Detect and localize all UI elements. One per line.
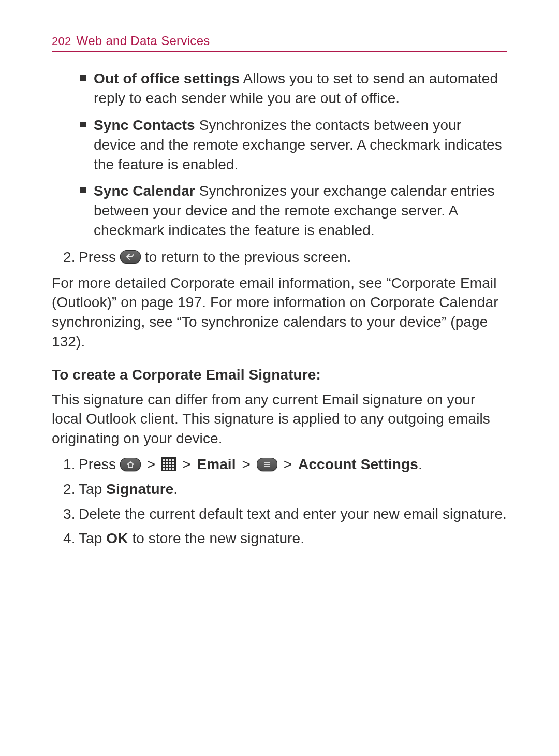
bullet-sync-calendar: Sync Calendar Synchronizes your exchange… xyxy=(80,181,507,240)
sig-step-1: Press > > Email > > Account Settings. xyxy=(63,455,507,474)
signature-steps: Press > > Email > > Account Settings. xyxy=(52,455,507,548)
bullet-sync-contacts: Sync Contacts Synchronizes the contacts … xyxy=(80,115,507,174)
page-number: 202 xyxy=(52,34,71,49)
running-header: 202 Web and Data Services xyxy=(52,33,507,52)
body-column: Out of office settings Allows you to set… xyxy=(52,69,507,548)
step-text-post: to return to the previous screen. xyxy=(145,249,351,265)
back-key-icon xyxy=(120,250,141,264)
apps-grid-icon xyxy=(161,457,176,471)
text-tap: Tap xyxy=(79,481,106,497)
text-signature: Signature xyxy=(106,481,173,497)
bullet-term: Sync Contacts xyxy=(94,117,195,133)
procedure-intro: This signature can differ from any curre… xyxy=(52,390,507,448)
text-rest: to store the new signature. xyxy=(128,530,305,546)
breadcrumb-separator: > xyxy=(182,456,195,472)
text-tap: Tap xyxy=(79,530,106,546)
text-press: Press xyxy=(79,456,120,472)
section-title: Web and Data Services xyxy=(77,33,210,49)
procedure-heading: To create a Corporate Email Signature: xyxy=(52,365,507,385)
period: . xyxy=(173,481,178,497)
step-press-back: Press to return to the previous screen. xyxy=(63,248,507,267)
breadcrumb-separator: > xyxy=(147,456,159,472)
sig-step-4: Tap OK to store the new signature. xyxy=(63,529,507,548)
bullet-term: Sync Calendar xyxy=(94,183,195,199)
home-key-icon xyxy=(120,458,141,471)
breadcrumb-separator: > xyxy=(242,456,255,472)
sig-step-3: Delete the current default text and ente… xyxy=(63,504,507,524)
return-step-list: Press to return to the previous screen. xyxy=(52,248,507,267)
feature-bullet-list: Out of office settings Allows you to set… xyxy=(52,69,507,240)
sig-step-2: Tap Signature. xyxy=(63,479,507,499)
breadcrumb-account-settings: Account Settings xyxy=(298,456,418,472)
step-text-pre: Press xyxy=(79,249,120,265)
period: . xyxy=(418,456,422,472)
bullet-term: Out of office settings xyxy=(94,70,240,86)
menu-key-icon xyxy=(257,458,277,471)
cross-reference-paragraph: For more detailed Corporate email inform… xyxy=(52,273,507,352)
bullet-out-of-office: Out of office settings Allows you to set… xyxy=(80,69,507,108)
text-ok: OK xyxy=(106,530,128,546)
breadcrumb-email: Email xyxy=(197,456,236,472)
manual-page: 202 Web and Data Services Out of office … xyxy=(0,0,559,756)
breadcrumb-separator: > xyxy=(284,456,296,472)
